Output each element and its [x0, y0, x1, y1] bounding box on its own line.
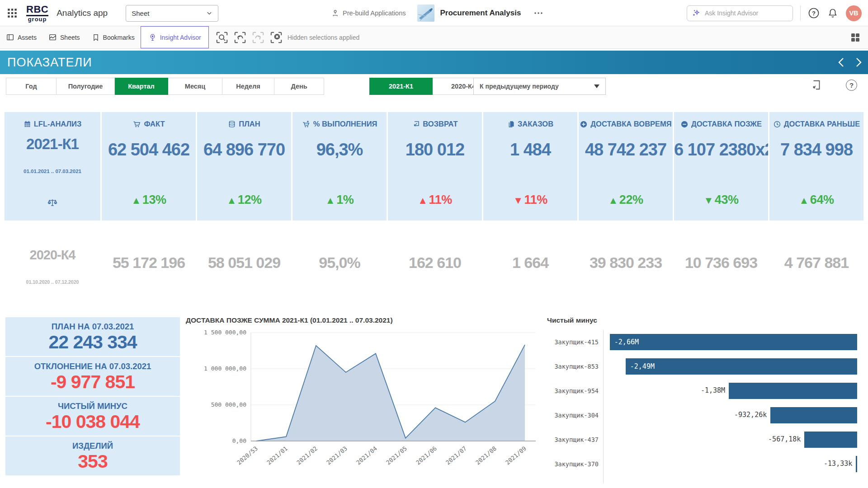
help-button[interactable]: ? [808, 7, 820, 19]
assets-button[interactable]: Assets [0, 26, 42, 48]
bar-row: Закупщик-304-932,26k [544, 407, 863, 424]
summary-card-label: ЧИСТЫЙ МИНУС [5, 401, 180, 411]
bar-chart-title: Чистый минус [544, 316, 863, 324]
undo-icon[interactable] [233, 31, 247, 44]
bar-value-label: -1,38M [701, 386, 725, 394]
app-thumbnail[interactable] [417, 5, 434, 22]
bar[interactable] [770, 407, 857, 423]
period-filter-button[interactable]: Год [6, 78, 57, 95]
sheet-title-bar: ПОКАЗАТЕЛИ [0, 51, 868, 74]
period-filter-button[interactable]: Месяц [168, 78, 222, 95]
kpi-card: ДОСТАВКА ВОВРЕМЯ48 742 237▲22% [579, 112, 673, 221]
bar-value-label: -567,18k [768, 435, 801, 443]
cart-icon [132, 120, 141, 128]
minus-circle-icon [680, 120, 689, 128]
kpi-value: 7 834 998 [769, 140, 863, 160]
bar-category-label: Закупщик-370 [544, 460, 603, 468]
clear-selections-icon[interactable] [269, 31, 283, 44]
period-filter-button[interactable]: Неделя [222, 78, 274, 95]
summary-card: ИЗДЕЛИЙ353 [5, 436, 180, 475]
org-person-icon [331, 9, 340, 18]
user-avatar[interactable]: VB [846, 5, 862, 21]
bar[interactable] [856, 456, 857, 472]
plus-circle-icon [580, 120, 588, 128]
sheet-layout-icon[interactable] [850, 32, 861, 43]
notifications-button[interactable] [827, 7, 839, 19]
sheets-icon [48, 33, 57, 42]
rbc-group-logo: RBC group [26, 5, 48, 22]
hidden-selections-status: Hidden selections applied [288, 34, 360, 41]
calendar-icon [24, 120, 31, 128]
insight-advisor-icon [148, 33, 157, 42]
insight-advisor-search[interactable] [687, 5, 793, 21]
arrow-up-icon: ▲ [609, 195, 618, 206]
lfl-period: 2021-К1 [5, 136, 100, 153]
redo-icon [251, 31, 265, 44]
cart-plus-icon [302, 120, 311, 128]
svg-text:500 000,00: 500 000,00 [211, 401, 246, 408]
previous-period-value-cell: 55 172 196 [102, 244, 196, 294]
svg-text:2021/08: 2021/08 [474, 445, 498, 466]
summary-card-label: ИЗДЕЛИЙ [5, 441, 180, 451]
kpi-value: 62 504 462 [102, 140, 196, 160]
kpi-card: ДОСТАВКА РАНЬШЕ7 834 998▲64% [769, 112, 863, 221]
kpi-value: 180 012 [388, 140, 482, 160]
kpi-card: ДОСТАВКА ПОЗЖЕ6 107 2380х2▼43% [674, 112, 768, 221]
summary-card-column: ПЛАН НА 07.03.202122 243 334ОТКЛОНЕНИЕ Н… [5, 317, 180, 475]
summary-card-value: -10 038 044 [5, 411, 180, 432]
insight-advisor-button[interactable]: Insight Advisor [141, 26, 209, 48]
period-filter-button[interactable]: День [274, 78, 324, 95]
copy-icon [507, 120, 515, 128]
arrow-up-icon: ▲ [326, 195, 335, 206]
bar[interactable]: -2,49M [626, 358, 857, 375]
area-chart-plot[interactable]: 0,00500 000,001 000 000,001 500 000,0020… [183, 324, 545, 478]
top-header: RBC group Analytics app Sheet Pre-build … [0, 0, 868, 26]
bar[interactable]: -2,66M [610, 334, 857, 350]
svg-text:1 500 000,00: 1 500 000,00 [204, 329, 246, 336]
bar-category-label: Закупщик-853 [544, 363, 603, 370]
smart-search-icon[interactable] [215, 31, 229, 44]
bar[interactable] [729, 383, 857, 399]
return-icon [412, 120, 420, 128]
apply-selections-icon[interactable] [811, 79, 822, 91]
sheet-selector[interactable]: Sheet [126, 5, 218, 22]
sparkle-icon [692, 9, 701, 18]
search-input[interactable] [705, 9, 777, 17]
kpi-card: ФАКТ62 504 462▲13% [102, 112, 196, 221]
svg-text:2021/05: 2021/05 [385, 445, 408, 466]
previous-period-value-cell: 4 767 881 [769, 244, 863, 294]
svg-text:2021/09: 2021/09 [504, 445, 528, 466]
previous-period-value: 95,0% [292, 254, 387, 272]
app-title: Analytics app [57, 8, 108, 18]
summary-card-value: 353 [5, 451, 180, 472]
previous-period-cell: 2020-К4 01.10.2020 .. 07.12.2020 [5, 244, 100, 294]
bar[interactable] [804, 432, 857, 448]
bar-category-label: Закупщик-437 [544, 436, 603, 443]
previous-period-range: 01.10.2020 .. 07.12.2020 [5, 279, 100, 285]
bookmarks-button[interactable]: Bookmarks [86, 26, 141, 48]
period-filter-button[interactable]: Полугодие [57, 78, 115, 95]
kpi-value: 6 107 2380х2 [674, 140, 768, 160]
previous-sheet-button[interactable] [838, 57, 844, 67]
quarter-filter-button[interactable]: 2021-К1 [369, 78, 433, 95]
previous-period-value-cell: 162 610 [388, 244, 482, 294]
more-options-icon[interactable] [533, 11, 543, 15]
dropdown-caret-icon [594, 84, 599, 88]
period-filter-button[interactable]: Квартал [115, 78, 168, 95]
arrow-up-icon: ▲ [799, 195, 809, 206]
net-minus-bar-chart[interactable]: Чистый минус Закупщик-415-2,66MЗакупщик-… [544, 316, 863, 488]
bar-category-label: Закупщик-954 [544, 387, 603, 394]
scales-icon [5, 198, 100, 208]
comparison-dropdown[interactable]: К предыдущему периоду [473, 78, 606, 95]
prebuild-applications-link[interactable]: Pre-build Applications [331, 9, 406, 18]
previous-period-value: 4 767 881 [769, 254, 863, 272]
sheets-button[interactable]: Sheets [42, 26, 86, 48]
delivery-late-area-chart[interactable]: ДОСТАВКА ПОЗЖЕ СУММА 2021-К1 (01.01.2021… [183, 316, 545, 486]
help-info-button[interactable]: ? [846, 80, 857, 91]
svg-text:2021/03: 2021/03 [325, 445, 349, 466]
app-launcher-icon[interactable] [6, 7, 18, 19]
bar-value-label: -13,33k [824, 460, 852, 468]
kpi-delta: ▲64% [769, 193, 863, 207]
current-app-name: Procurement Analysis [440, 9, 521, 18]
next-sheet-button[interactable] [856, 57, 862, 67]
